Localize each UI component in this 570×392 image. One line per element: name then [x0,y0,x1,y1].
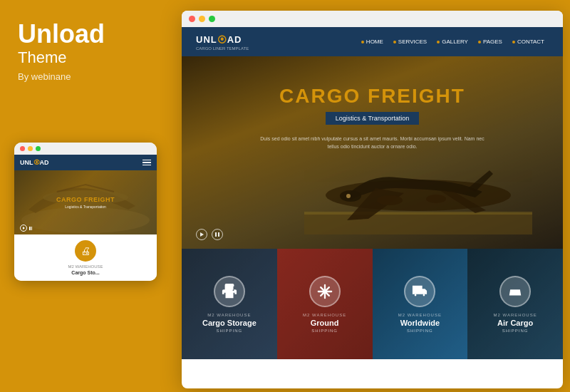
desktop-red-dot-icon [189,16,195,22]
ground-icon [309,276,341,307]
worldwide-icon [404,276,435,307]
desktop-hero: CARGO FREIGHT Logistics & Transportation… [182,56,563,249]
nav-item-gallery[interactable]: GALLERY [432,37,472,46]
brand-title: Unload [18,21,153,47]
nav-dot-icon [437,41,440,43]
green-dot-icon [36,146,41,151]
svg-point-8 [346,194,351,198]
brand-by: By webinane [18,71,153,82]
service-name-worldwide: Worldwide [400,319,440,327]
svg-point-6 [377,195,403,205]
plane-silhouette-icon [304,142,532,234]
nav-gallery-label: GALLERY [442,38,468,45]
service-warehouse-label: M2 Warehouse [494,313,537,317]
service-warehouse-label: M2 Warehouse [207,313,251,317]
hero-badge: Logistics & Transportation [326,112,420,125]
nav-item-contact[interactable]: CONTACT [508,37,549,46]
desktop-logo-sub: CARGO LINER TEMPLATE [196,46,249,51]
mobile-service-label: M2 Warehouse [20,264,151,269]
hero-pause-button[interactable] [212,229,223,240]
service-print-icon: 🖨 [75,240,96,262]
service-card-content: M2 Warehouse Cargo Storage SHIPPING [182,249,277,359]
service-warehouse-label: M2 Warehouse [303,313,346,317]
mobile-logo: UNL⦿AD [20,159,49,166]
nav-services-label: SERVICES [398,38,427,45]
printer-icon [222,284,237,299]
service-shipping-label: SHIPPING [311,329,338,333]
service-card-content: M2 Warehouse Air Cargo SHIPPING [467,249,563,359]
hero-title: CARGO FREIGHT [259,85,487,108]
services-section: M2 Warehouse Cargo Storage SHIPPING M2 W… [182,249,563,359]
red-dot-icon [20,146,25,151]
service-card-air-cargo[interactable]: M2 Warehouse Air Cargo SHIPPING [467,249,563,359]
mobile-hero-subtitle: Logistics & Transportation [56,205,115,209]
nav-item-home[interactable]: HOME [357,37,388,46]
mobile-pause-button[interactable] [29,227,32,230]
hero-description: Duis sed odio sit amet nibh vulputate cu… [259,135,487,150]
desktop-nav: UNL⦿AD CARGO LINER TEMPLATE HOME SERVICE… [182,27,563,56]
mobile-titlebar [14,143,157,155]
ship-icon [507,284,523,299]
service-shipping-label: SHIPPING [407,329,433,333]
desktop-green-dot-icon [209,16,215,22]
desktop-titlebar [182,11,563,27]
service-name-ground: Ground [311,319,339,327]
svg-rect-3 [304,212,532,215]
play-icon [23,227,25,229]
service-card-content: M2 Warehouse Worldwide SHIPPING [373,249,468,359]
service-name-air-cargo: Air Cargo [497,319,533,327]
service-card-worldwide[interactable]: M2 Warehouse Worldwide SHIPPING [373,249,468,359]
mobile-service-name: Cargo Sto... [20,270,151,275]
left-panel: Unload Theme By webinane UNL⦿AD [0,0,171,392]
brand-subtitle: Theme [18,48,153,67]
mobile-nav: UNL⦿AD [14,155,157,170]
cargo-storage-icon [214,276,245,307]
nav-dot-icon [478,41,481,43]
desktop-preview: UNL⦿AD CARGO LINER TEMPLATE HOME SERVICE… [182,11,563,388]
pause-icon [215,232,219,237]
hero-controls [196,229,223,240]
nav-item-pages[interactable]: PAGES [474,37,507,46]
nav-dot-icon [393,41,396,43]
service-warehouse-label: M2 Warehouse [398,313,442,317]
svg-point-7 [426,195,446,203]
service-card-content: M2 Warehouse Ground SHIPPING [277,249,373,359]
desktop-yellow-dot-icon [199,16,205,22]
asterisk-icon [317,284,333,299]
mobile-hero-title: CARGO FREIGHT [56,196,115,203]
mobile-hero-text: CARGO FREIGHT Logistics & Transportation [56,196,115,209]
truck-icon [412,284,428,299]
svg-rect-2 [304,213,532,234]
hero-content: CARGO FREIGHT Logistics & Transportation… [259,85,487,150]
service-shipping-label: SHIPPING [217,329,243,333]
nav-contact-label: CONTACT [517,38,544,45]
nav-item-services[interactable]: SERVICES [389,37,431,46]
nav-home-label: HOME [366,38,383,45]
mobile-play-button[interactable] [20,225,27,232]
desktop-logo-text: UNL⦿AD [196,34,242,45]
svg-point-0 [21,207,150,233]
hamburger-icon[interactable] [142,160,151,166]
mobile-hero: CARGO FREIGHT Logistics & Transportation [14,170,157,234]
hero-play-button[interactable] [196,229,207,240]
air-cargo-icon [499,276,531,307]
nav-pages-label: PAGES [483,38,502,45]
service-card-cargo-storage[interactable]: M2 Warehouse Cargo Storage SHIPPING [182,249,277,359]
play-icon [200,232,204,237]
desktop-logo: UNL⦿AD CARGO LINER TEMPLATE [196,33,249,51]
mobile-preview: UNL⦿AD CARGO FREIGHT Logistics & Transpo… [14,143,157,281]
mobile-service-card: 🖨 M2 Warehouse Cargo Sto... [14,234,157,281]
nav-dot-icon [361,41,364,43]
service-shipping-label: SHIPPING [502,329,529,333]
nav-dot-icon [512,41,515,43]
mobile-hero-nav [20,225,32,232]
desktop-nav-links: HOME SERVICES GALLERY PAGES CONTACT [357,37,549,46]
yellow-dot-icon [28,146,33,151]
service-name-cargo-storage: Cargo Storage [202,319,256,327]
service-card-ground[interactable]: M2 Warehouse Ground SHIPPING [277,249,373,359]
